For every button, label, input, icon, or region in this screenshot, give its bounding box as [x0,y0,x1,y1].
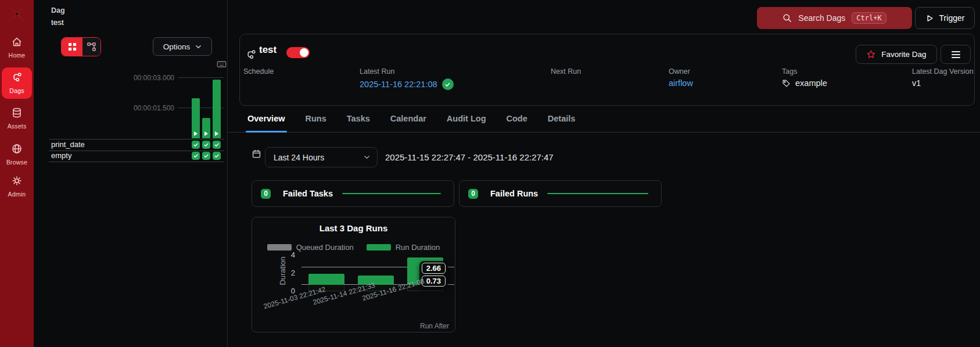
success-status-icon [442,78,454,90]
search-icon [782,13,792,23]
airflow-logo[interactable] [6,3,27,25]
field-label: Owner [669,67,690,76]
dag-menu-button[interactable] [940,45,971,64]
keyboard-shortcuts-icon[interactable] [217,59,227,69]
failed-runs-label: Failed Runs [490,189,538,198]
task-instance-squares [192,152,221,160]
chevron-down-icon [364,154,370,160]
x-axis-title: Run After [420,322,449,330]
task-name[interactable]: empty [51,151,71,160]
duration-tick-label: 00:00:01.500 [34,104,174,112]
main-content: Search Dags Ctrl+K Trigger test [228,0,980,347]
breadcrumb-dag-name: test [51,18,64,27]
task-name[interactable]: print_date [51,140,85,149]
task-status-success-icon[interactable] [192,152,200,160]
grid-view-icon [68,42,77,51]
tab-details[interactable]: Details [547,105,576,132]
chart-title: Last 3 Dag Runs [252,223,455,233]
sidebar-item-label: Admin [8,191,26,198]
dag-grid-panel: Dag test [34,0,227,347]
task-status-success-icon[interactable] [202,152,210,160]
play-outline-icon [925,14,934,23]
field-latest-dag-version: Latest Dag Version v1 [912,66,974,76]
queued-duration-swatch [267,244,292,251]
time-range-select[interactable]: Last 24 Hours [265,147,378,167]
sidebar-item-assets[interactable]: Assets [2,107,32,131]
play-icon [194,131,198,136]
trigger-dag-button[interactable]: Trigger [915,7,975,29]
sidebar-item-label: Dags [9,87,24,94]
sidebar-item-home[interactable]: Home [2,36,32,60]
dags-icon [2,71,32,83]
view-toggle [61,37,101,56]
field-tags: Tags example [782,66,797,76]
tab-code[interactable]: Code [506,105,528,132]
toggle-knob [300,48,308,57]
latest-run-link[interactable]: 2025-11-16 22:21:08 [360,80,437,89]
breadcrumb-section: Dag [51,6,65,15]
field-schedule: Schedule [243,66,274,76]
browse-icon [2,143,32,155]
tab-overview[interactable]: Overview [247,105,286,132]
owner-link[interactable]: airflow [669,78,693,88]
field-label: Tags [782,67,797,76]
field-owner: Owner airflow [669,66,690,76]
chevron-down-icon [195,44,202,50]
dag-pause-toggle[interactable] [286,47,310,58]
favorite-dag-label: Favorite Dag [881,50,926,59]
trend-line [342,193,441,194]
home-icon [2,36,32,48]
duration-tick-label: 00:00:03.000 [34,74,174,82]
sidebar-item-label: Assets [8,123,27,130]
sidebar-item-browse[interactable]: Browse [2,143,32,167]
failed-tasks-count-badge: 0 [261,189,271,199]
sidebar-item-label: Home [9,52,26,59]
search-dags-button[interactable]: Search Dags Ctrl+K [757,7,912,29]
run-duration-bar[interactable] [202,118,210,138]
tab-bar: Overview Runs Tasks Calendar Audit Log C… [228,105,980,133]
sidebar-item-admin[interactable]: Admin [2,175,32,199]
mean-run-duration-value: 2.66 [422,263,446,274]
run-duration-bar[interactable] [192,98,200,138]
task-status-success-icon[interactable] [192,141,200,149]
sidebar-item-dags[interactable]: Dags [2,67,32,99]
failed-tasks-card[interactable]: 0 Failed Tasks [252,180,454,207]
tag-label[interactable]: example [795,78,827,88]
tab-tasks[interactable]: Tasks [346,105,371,132]
field-label: Schedule [243,67,274,76]
dag-runs-chart-card: Last 3 Dag Runs Queued Duration Run Dura… [252,217,455,332]
failed-tasks-label: Failed Tasks [283,189,333,198]
task-status-success-icon[interactable] [202,141,210,149]
search-label: Search Dags [798,13,845,23]
assets-icon [2,107,32,119]
sidebar: Home Dags Assets [0,0,34,347]
admin-gear-icon [2,175,32,187]
options-dropdown[interactable]: Options [153,37,212,56]
field-label: Next Run [551,67,581,76]
dag-icon [245,49,257,60]
tag-icon [782,79,791,88]
tab-runs[interactable]: Runs [305,105,327,132]
y-axis-tick: 2 [286,269,295,277]
run-duration-bar[interactable] [213,80,221,138]
task-status-success-icon[interactable] [213,141,221,149]
field-next-run: Next Run [551,66,581,76]
tab-calendar[interactable]: Calendar [390,105,427,132]
sidebar-item-label: Browse [6,159,27,166]
tab-audit-log[interactable]: Audit Log [446,105,487,132]
field-latest-run: Latest Run 2025-11-16 22:21:08 [360,66,394,76]
favorite-dag-button[interactable]: Favorite Dag [856,45,937,64]
dag-header-card: test Favorite Dag Schedule Latest Run 20… [239,34,975,106]
run-duration-segment [308,274,344,285]
grid-view-button[interactable] [62,38,82,56]
time-range-text: 2025-11-15 22:27:47 - 2025-11-16 22:27:4… [385,152,554,162]
mean-queued-duration-value: 0.73 [422,276,446,287]
trend-line [547,193,648,194]
row-divider [49,162,224,162]
y-axis-label: Duration [262,251,303,291]
field-value: v1 [912,78,921,88]
graph-view-icon [87,42,96,51]
graph-view-button[interactable] [82,38,100,56]
task-status-success-icon[interactable] [213,152,221,160]
failed-runs-card[interactable]: 0 Failed Runs [459,180,662,207]
